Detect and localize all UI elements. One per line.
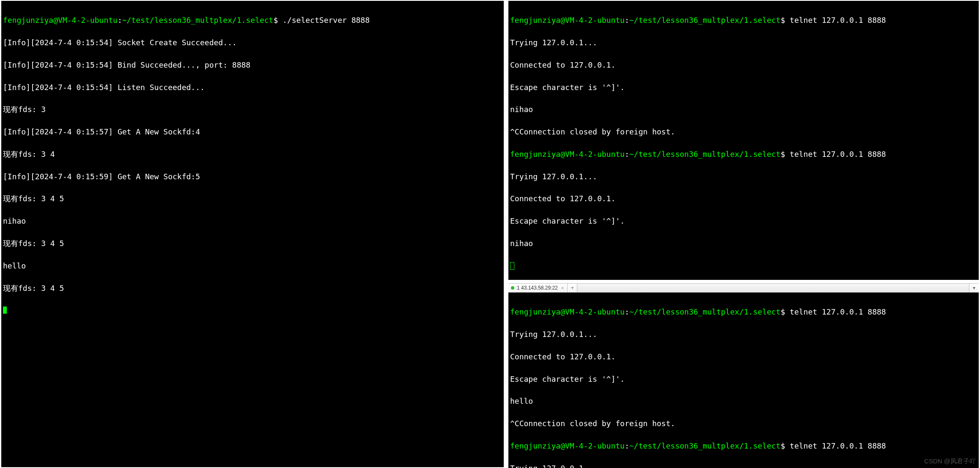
output-line: Trying 127.0.0.1... (510, 465, 977, 468)
output-line: nihao (3, 217, 502, 225)
terminal-right-bottom-wrap: 1 43.143.58.29:22 × + ▾ fengjunziya@VM-4… (508, 283, 979, 468)
tab-session[interactable]: 1 43.143.58.29:22 × (508, 284, 568, 292)
prompt-path: ~/test/lesson36_multplex/1.select (629, 307, 781, 316)
cursor-icon (3, 307, 7, 314)
output-line: [Info][2024-7-4 0:15:59] Get A New Sockf… (3, 173, 502, 181)
output-line: [Info][2024-7-4 0:15:54] Socket Create S… (3, 39, 502, 47)
window-layout: fengjunziya@VM-4-2-ubuntu:~/test/lesson3… (0, 0, 980, 468)
output-line: hello (3, 262, 502, 270)
output-line: 现有fds: 3 4 5 (3, 195, 502, 203)
output-line: ^CConnection closed by foreign host. (510, 128, 977, 136)
prompt-path: ~/test/lesson36_multplex/1.select (629, 16, 781, 25)
prompt-user: fengjunziya@VM-4-2-ubuntu (510, 307, 625, 316)
output-line: hello (510, 397, 977, 405)
tab-add-button[interactable]: + (568, 284, 577, 292)
output-line: 现有fds: 3 4 (3, 151, 502, 158)
command-text: ./selectServer 8888 (283, 16, 370, 25)
output-line: Trying 127.0.0.1... (510, 173, 977, 181)
watermark-text: CSDN @风君子吖 (924, 457, 976, 465)
tab-label: 1 43.143.58.29:22 (517, 284, 558, 292)
tab-bar: 1 43.143.58.29:22 × + ▾ (508, 283, 979, 293)
output-line: nihao (510, 240, 977, 247)
terminal-right-top[interactable]: fengjunziya@VM-4-2-ubuntu:~/test/lesson3… (508, 1, 979, 280)
prompt-user: fengjunziya@VM-4-2-ubuntu (510, 150, 625, 159)
output-line: ^CConnection closed by foreign host. (510, 420, 977, 427)
tab-close-icon[interactable]: × (560, 284, 565, 292)
prompt-user: fengjunziya@VM-4-2-ubuntu (3, 16, 118, 25)
prompt-user: fengjunziya@VM-4-2-ubuntu (510, 441, 625, 450)
output-line: Trying 127.0.0.1... (510, 331, 977, 338)
output-line: Connected to 127.0.0.1. (510, 61, 977, 69)
output-line: nihao (510, 106, 977, 113)
prompt-path: ~/test/lesson36_multplex/1.select (122, 16, 274, 25)
terminal-right-bottom[interactable]: fengjunziya@VM-4-2-ubuntu:~/test/lesson3… (508, 293, 979, 468)
output-line: Connected to 127.0.0.1. (510, 195, 977, 203)
command-text: telnet 127.0.0.1 8888 (790, 16, 886, 25)
command-text: telnet 127.0.0.1 8888 (790, 307, 886, 316)
prompt-path: ~/test/lesson36_multplex/1.select (629, 150, 781, 159)
output-line: 现有fds: 3 4 5 (3, 285, 502, 292)
output-line: Escape character is '^]'. (510, 84, 977, 91)
output-line: 现有fds: 3 (3, 106, 502, 113)
output-line: [Info][2024-7-4 0:15:54] Bind Succeeded.… (3, 61, 502, 69)
output-line: Connected to 127.0.0.1. (510, 353, 977, 361)
prompt-user: fengjunziya@VM-4-2-ubuntu (510, 16, 625, 25)
output-line: [Info][2024-7-4 0:15:57] Get A New Sockf… (3, 128, 502, 136)
command-text: telnet 127.0.0.1 8888 (790, 150, 886, 159)
output-line: Escape character is '^]'. (510, 375, 977, 383)
terminal-left-output: fengjunziya@VM-4-2-ubuntu:~/test/lesson3… (1, 1, 504, 331)
command-text: telnet 127.0.0.1 8888 (790, 441, 886, 450)
output-line: Trying 127.0.0.1... (510, 39, 977, 47)
tabbar-menu-icon[interactable]: ▾ (969, 284, 979, 292)
connection-status-icon (511, 286, 514, 290)
output-line: 现有fds: 3 4 5 (3, 240, 502, 247)
terminal-left[interactable]: fengjunziya@VM-4-2-ubuntu:~/test/lesson3… (1, 1, 504, 467)
cursor-icon (510, 262, 514, 270)
tabbar-spacer (577, 284, 969, 292)
output-line: Escape character is '^]'. (510, 217, 977, 225)
output-line: [Info][2024-7-4 0:15:54] Listen Succeede… (3, 84, 502, 91)
terminal-rt-output: fengjunziya@VM-4-2-ubuntu:~/test/lesson3… (508, 1, 979, 287)
prompt-path: ~/test/lesson36_multplex/1.select (629, 441, 781, 450)
terminal-rb-output: fengjunziya@VM-4-2-ubuntu:~/test/lesson3… (508, 293, 979, 468)
